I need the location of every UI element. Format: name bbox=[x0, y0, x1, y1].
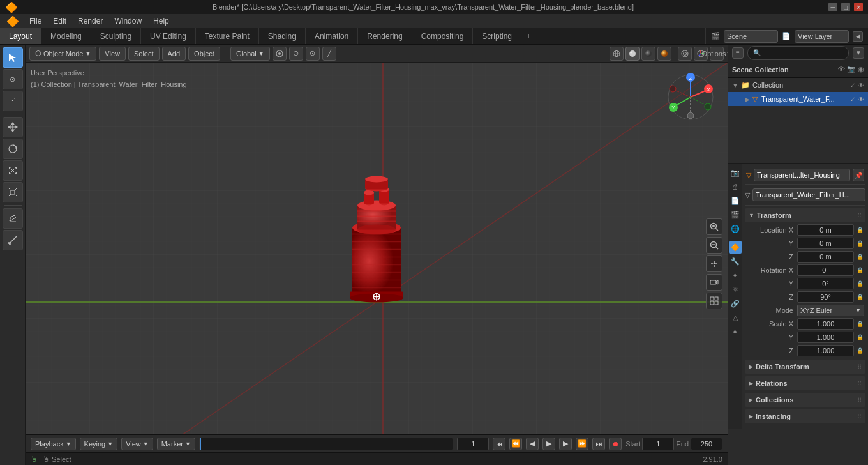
menu-render[interactable]: Render bbox=[73, 15, 108, 27]
shading-material[interactable] bbox=[641, 47, 655, 61]
object-check-icon[interactable]: ✓ bbox=[850, 96, 855, 103]
close-button[interactable]: ✕ bbox=[854, 3, 863, 11]
tool-select-circle[interactable]: ⊙ bbox=[3, 69, 23, 89]
filter-icon-button[interactable]: ▼ bbox=[853, 47, 864, 59]
scene-selector[interactable]: Scene bbox=[724, 30, 778, 43]
prop-icon-data[interactable]: △ bbox=[729, 311, 742, 324]
scale-y-lock[interactable]: 🔒 bbox=[855, 332, 864, 343]
location-x-lock[interactable]: 🔒 bbox=[855, 224, 864, 236]
scale-z-field[interactable]: 1.000 bbox=[797, 345, 854, 356]
tool-measure[interactable] bbox=[3, 230, 23, 250]
scale-z-lock[interactable]: 🔒 bbox=[855, 345, 864, 356]
prop-icon-particles[interactable]: ✦ bbox=[729, 269, 742, 282]
location-z-field[interactable]: 0 m bbox=[797, 251, 854, 263]
tool-move[interactable] bbox=[3, 117, 23, 137]
panel-options-button[interactable]: ≡ bbox=[732, 47, 744, 59]
object-hide-icon[interactable]: 👁 bbox=[858, 96, 864, 103]
proportional-falloff-dropdown[interactable]: ╱ bbox=[322, 47, 336, 61]
scene-panel-toggle[interactable]: ◀ bbox=[853, 31, 863, 42]
tab-shading[interactable]: Shading bbox=[259, 28, 306, 44]
view-layer-selector[interactable]: View Layer bbox=[795, 30, 849, 43]
viewport-canvas[interactable]: User Perspective (1) Collection | Transp… bbox=[26, 63, 728, 465]
rotation-x-lock[interactable]: 🔒 bbox=[855, 264, 864, 276]
object-pin-button[interactable]: 📌 bbox=[853, 169, 864, 181]
tab-layout[interactable]: Layout bbox=[0, 28, 41, 44]
prop-icon-render[interactable]: 📷 bbox=[729, 166, 742, 179]
camera-view-button[interactable] bbox=[706, 274, 722, 291]
outliner-search[interactable]: 🔍 bbox=[747, 46, 849, 60]
scale-x-lock[interactable]: 🔒 bbox=[855, 318, 864, 330]
prop-icon-material[interactable]: ● bbox=[729, 325, 742, 338]
prop-icon-world[interactable]: 🌐 bbox=[729, 222, 742, 235]
location-y-field[interactable]: 0 m bbox=[797, 238, 854, 249]
tool-scale[interactable] bbox=[3, 160, 23, 181]
timeline-scrubber[interactable] bbox=[199, 438, 453, 450]
transport-prev-button[interactable]: ⏪ bbox=[509, 438, 522, 450]
prop-icon-modifiers[interactable]: 🔧 bbox=[729, 255, 742, 268]
menu-edit[interactable]: Edit bbox=[48, 15, 71, 27]
transport-start-button[interactable]: ⏮ bbox=[493, 438, 505, 450]
mesh-name-field[interactable]: Transparent_Water_Filter_H... bbox=[752, 188, 865, 201]
collection-expand-icon[interactable]: ▼ bbox=[732, 82, 738, 89]
frame-start-field[interactable]: 1 bbox=[642, 438, 674, 450]
object-expand-icon[interactable]: ▶ bbox=[745, 96, 750, 103]
prop-icon-physics[interactable]: ⚛ bbox=[729, 283, 742, 296]
record-button[interactable]: ⏺ bbox=[609, 438, 622, 450]
menu-window[interactable]: Window bbox=[109, 15, 147, 27]
tool-rotate[interactable] bbox=[3, 139, 23, 159]
snap-settings[interactable]: ⊙ bbox=[289, 47, 303, 61]
collections-header[interactable]: ▶ Collections ⠿ bbox=[745, 393, 865, 407]
transport-play-button[interactable]: ▶ bbox=[542, 438, 555, 450]
rotation-z-lock[interactable]: 🔒 bbox=[855, 291, 864, 303]
collection-check-icon[interactable]: ✓ bbox=[850, 82, 855, 89]
zoom-in-button[interactable] bbox=[706, 218, 722, 235]
transport-end-button[interactable]: ⏭ bbox=[592, 438, 605, 450]
pan-button[interactable] bbox=[706, 255, 722, 272]
tool-annotate[interactable] bbox=[3, 208, 23, 229]
rotation-y-lock[interactable]: 🔒 bbox=[855, 278, 864, 289]
menu-file[interactable]: File bbox=[24, 15, 47, 27]
options-dropdown[interactable]: Options ▼ bbox=[710, 47, 724, 61]
add-menu[interactable]: Add bbox=[162, 47, 186, 61]
playback-dropdown[interactable]: Playback ▼ bbox=[31, 438, 76, 450]
outliner-item-collection[interactable]: ▼ 📁 Collection ✓ 👁 bbox=[728, 78, 868, 92]
outliner-camera-icon[interactable]: 📷 bbox=[847, 65, 856, 73]
transform-header[interactable]: ▼ Transform ⠿ bbox=[745, 208, 865, 222]
shading-rendered[interactable] bbox=[657, 47, 671, 61]
location-x-field[interactable]: 0 m bbox=[797, 224, 854, 236]
prop-icon-scene[interactable]: 🎬 bbox=[729, 208, 742, 221]
location-z-lock[interactable]: 🔒 bbox=[855, 251, 864, 263]
navigation-gizmo[interactable]: Z X Y bbox=[665, 72, 716, 123]
prop-icon-object[interactable]: 🔶 bbox=[729, 241, 742, 254]
location-y-lock[interactable]: 🔒 bbox=[855, 238, 864, 249]
prop-icon-output[interactable]: 🖨 bbox=[729, 180, 742, 193]
collection-hide-icon[interactable]: 👁 bbox=[858, 82, 864, 89]
shading-solid[interactable] bbox=[625, 47, 640, 61]
marker-dropdown[interactable]: Marker ▼ bbox=[157, 438, 195, 450]
tab-rendering[interactable]: Rendering bbox=[358, 28, 412, 44]
view-menu[interactable]: View bbox=[99, 47, 126, 61]
rotation-x-field[interactable]: 0° bbox=[797, 264, 854, 276]
tab-modeling[interactable]: Modeling bbox=[41, 28, 91, 44]
transport-next-button[interactable]: ⏩ bbox=[576, 438, 588, 450]
menu-blender[interactable]: 🔶 bbox=[3, 15, 23, 27]
tool-transform[interactable] bbox=[3, 182, 23, 202]
rotation-mode-dropdown[interactable]: XYZ Euler ▼ bbox=[797, 305, 864, 316]
relations-header[interactable]: ▶ Relations ⠿ bbox=[745, 376, 865, 390]
object-name-field[interactable]: Transparent...lter_Housing bbox=[754, 169, 850, 181]
proportional-edit-toggle[interactable]: ⊙ bbox=[306, 47, 320, 61]
transport-next-frame-button[interactable]: ▶ bbox=[559, 438, 572, 450]
rotation-z-field[interactable]: 90° bbox=[797, 291, 854, 303]
tab-uv-editing[interactable]: UV Editing bbox=[141, 28, 196, 44]
object-menu[interactable]: Object bbox=[188, 47, 220, 61]
outliner-item-object[interactable]: ▶ ▽ Transparent_Water_F... ✓ 👁 bbox=[728, 92, 868, 106]
tab-sculpting[interactable]: Sculpting bbox=[91, 28, 141, 44]
grid-toggle-button[interactable] bbox=[706, 293, 722, 309]
frame-current-field[interactable]: 1 bbox=[457, 438, 489, 450]
frame-end-field[interactable]: 250 bbox=[691, 438, 722, 450]
tab-scripting[interactable]: Scripting bbox=[473, 28, 521, 44]
instancing-header[interactable]: ▶ Instancing ⠿ bbox=[745, 409, 865, 423]
tool-select-lasso[interactable]: ⋰ bbox=[3, 91, 23, 111]
prop-icon-view-layer[interactable]: 📄 bbox=[729, 194, 742, 207]
zoom-out-button[interactable] bbox=[706, 237, 722, 254]
